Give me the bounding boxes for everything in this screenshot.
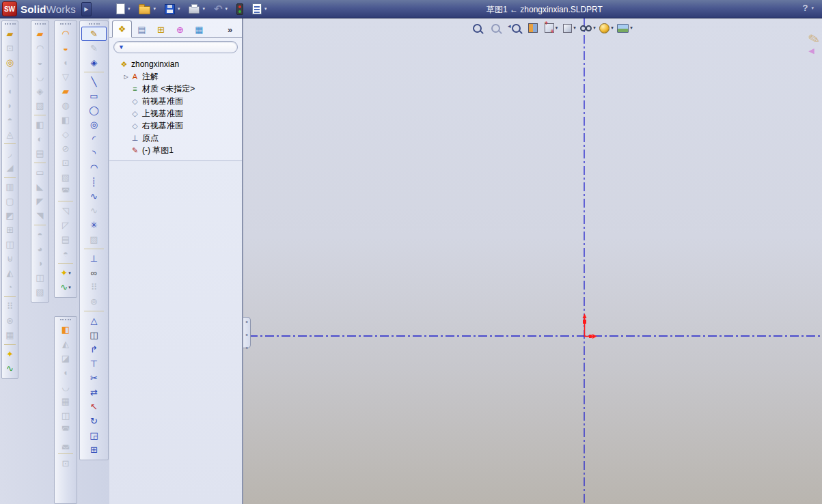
dropdown-arrow[interactable]: ▾ [153, 6, 156, 12]
dome-button[interactable]: ◓ [2, 113, 18, 127]
linear-sketch-pattern-button[interactable]: ⠿ [80, 280, 108, 294]
dropdown-arrow[interactable]: ▾ [68, 270, 71, 276]
smart-dimension-button[interactable]: ◈ [80, 55, 108, 70]
extend-surface-button[interactable]: ◣ [31, 180, 49, 194]
confirmation-corner[interactable]: ✎ ◀ [808, 32, 820, 55]
revolved-surface-button[interactable]: ◒ [55, 41, 77, 55]
zoom-to-fit-button[interactable] [469, 20, 486, 36]
mold-folder-button[interactable]: ⊡ [55, 456, 77, 471]
cavity-button[interactable]: ◛ [55, 437, 77, 451]
split-line-button[interactable]: ◧ [55, 322, 77, 337]
move-entities-button[interactable]: ↖ [80, 400, 108, 414]
combine-button[interactable]: ⊎ [2, 251, 18, 266]
section-view-button[interactable] [524, 20, 541, 36]
edit-appearance-button[interactable]: ▾ [598, 20, 615, 36]
untrim-surface-button[interactable]: ◥ [31, 208, 49, 223]
tab-displaymanager[interactable]: ▦ [190, 23, 208, 37]
core-button[interactable]: ◚ [55, 423, 77, 437]
ruled-surface-button[interactable]: ◇ [55, 127, 77, 141]
apply-scene-button[interactable]: ▾ [616, 20, 633, 36]
convert-entities-button[interactable]: ↱ [80, 342, 108, 356]
dropdown-arrow[interactable]: ▾ [202, 6, 205, 12]
options-checklist-button[interactable]: ▾ [251, 1, 269, 16]
tree-item-right-plane[interactable]: ◇右视基准面 [109, 120, 242, 132]
rotate-entities-button[interactable]: ↻ [80, 414, 108, 428]
sketch-origin[interactable] [583, 313, 597, 339]
tree-item-origin[interactable]: ⊥原点 [109, 132, 242, 144]
freeform-button[interactable]: ▨ [31, 98, 49, 113]
dropdown-arrow[interactable]: ▾ [556, 25, 558, 31]
tree-item-top-plane[interactable]: ◇上视基准面 [109, 107, 242, 120]
hole-wizard-button[interactable]: ⊞ [2, 223, 18, 237]
previous-view-button[interactable] [506, 20, 523, 36]
zoom-to-area-button[interactable] [487, 20, 504, 36]
delete-face-button[interactable]: ⊘ [55, 141, 77, 156]
dropdown-arrow[interactable]: ▾ [593, 25, 596, 31]
swept-surface-button[interactable]: ◠ [55, 27, 77, 41]
sketch-3d-button[interactable]: ✎ [80, 41, 108, 55]
parting-surface-button[interactable]: ◚ [55, 184, 77, 199]
offset-surface-button[interactable]: ◧ [31, 117, 49, 132]
revolved-surface-button[interactable]: ◒ [31, 55, 49, 70]
dropdown-arrow[interactable]: ▾ [811, 5, 814, 11]
lofted-boss-button[interactable]: ◠ [2, 70, 18, 84]
scale-entities-button[interactable]: ◲ [80, 428, 108, 443]
lofted-surface-button[interactable]: ◡ [31, 70, 49, 84]
parting-lines-button[interactable]: ◖ [55, 365, 77, 380]
offset-entities-button[interactable]: ⊤ [80, 356, 108, 371]
tab-dimxpertmanager[interactable]: ⊕ [171, 23, 189, 37]
add-relation-button[interactable]: ⊥ [80, 251, 108, 266]
extend-entities-button[interactable]: ⇄ [80, 385, 108, 400]
tangent-arc-button[interactable]: ◝ [80, 146, 108, 160]
knit-surface-button[interactable]: ▤ [55, 232, 77, 247]
check-sketch-button[interactable]: △ [80, 313, 108, 328]
line-button[interactable]: ╲ [80, 74, 108, 89]
extruded-boss-button[interactable]: ▰ [2, 27, 18, 41]
area-hatch-button[interactable]: ▨ [80, 232, 108, 247]
revolved-boss-button[interactable]: ◎ [2, 55, 18, 70]
mirror-button[interactable]: ◫ [2, 237, 18, 251]
thicken-button[interactable]: ◓ [55, 247, 77, 261]
reference-geometry-button[interactable]: ✦▾ [55, 266, 77, 280]
swept-boss-button[interactable]: ◖ [2, 84, 18, 98]
tree-filter-input[interactable] [127, 42, 233, 52]
tree-item-material[interactable]: ≡材质 <未指定> [109, 83, 242, 95]
lofted-surface-button[interactable]: ◖ [55, 55, 77, 70]
boundary-boss-button[interactable]: ◗ [2, 98, 18, 113]
dropdown-arrow[interactable]: ▾ [68, 285, 71, 290]
menu-expand-arrow-icon[interactable]: ▶ [81, 2, 92, 16]
wrap-button[interactable]: ◬ [2, 127, 18, 141]
cut-with-surface-button[interactable]: ◑ [31, 256, 49, 270]
trim-entities-button[interactable]: ✂ [80, 371, 108, 385]
spline-on-surface-button[interactable]: ∿ [80, 204, 108, 218]
tree-item-part[interactable]: ❖zhongxinxian [109, 58, 242, 70]
dropdown-arrow[interactable]: ▾ [573, 25, 576, 31]
sketch-button[interactable]: ✎ [81, 27, 107, 41]
help-button[interactable]: ?▾ [803, 3, 814, 13]
thicken-button[interactable]: ◓ [31, 227, 49, 242]
swept-surface-button[interactable]: ◠ [31, 41, 49, 55]
offset-surface-button[interactable]: ◧ [55, 113, 77, 127]
parting-surfaces-button[interactable]: ▦ [55, 394, 77, 408]
split-button[interactable]: ◔ [2, 280, 18, 294]
rib-button[interactable]: ▥ [2, 180, 18, 194]
display-relations-button[interactable]: ∞ [80, 266, 108, 280]
tab-propertymanager[interactable]: ▤ [133, 23, 151, 37]
panel-collapse-handle[interactable] [243, 317, 251, 348]
centerpoint-arc-button[interactable]: ◜ [80, 132, 108, 146]
dropdown-arrow[interactable]: ▾ [225, 6, 228, 12]
dropdown-arrow[interactable]: ▾ [630, 25, 633, 31]
fillet-button[interactable]: ◞ [2, 146, 18, 160]
intersect-button[interactable]: ◭ [2, 266, 18, 280]
replace-face-button[interactable]: ▧ [31, 285, 49, 299]
toolbar-grip[interactable] [60, 23, 71, 25]
chamfer-button[interactable]: ◢ [2, 160, 18, 175]
extruded-surface-button[interactable]: ▰ [31, 27, 49, 41]
boundary-surface-button[interactable]: ▽ [55, 70, 77, 84]
display-style-button[interactable]: ▾ [561, 20, 578, 36]
toolbar-grip[interactable] [35, 23, 46, 25]
extend-surface-button[interactable]: ◹ [55, 204, 77, 218]
curves-button[interactable]: ∿ [2, 361, 18, 376]
tooling-split-button[interactable]: ◫ [55, 408, 77, 423]
print-button[interactable]: ▾ [187, 1, 206, 16]
